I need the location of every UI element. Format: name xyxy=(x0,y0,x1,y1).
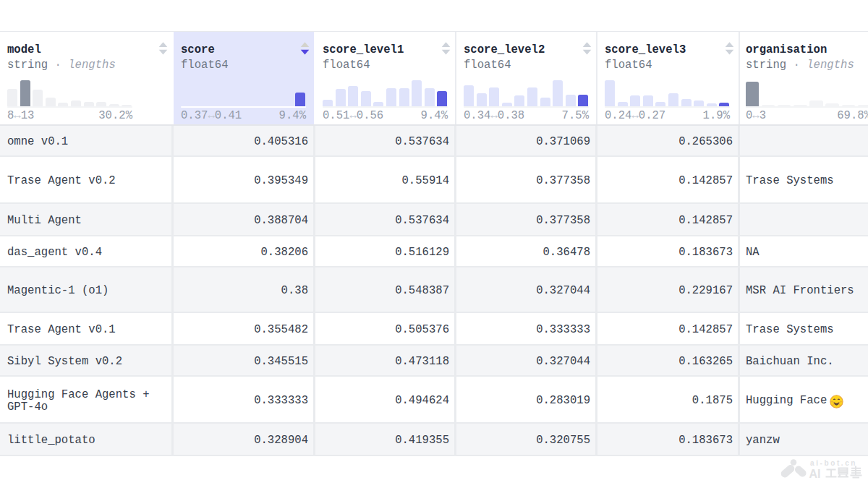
svg-text:AI: AI xyxy=(809,468,821,480)
svg-text:ai-bot.cn: ai-bot.cn xyxy=(810,459,857,467)
